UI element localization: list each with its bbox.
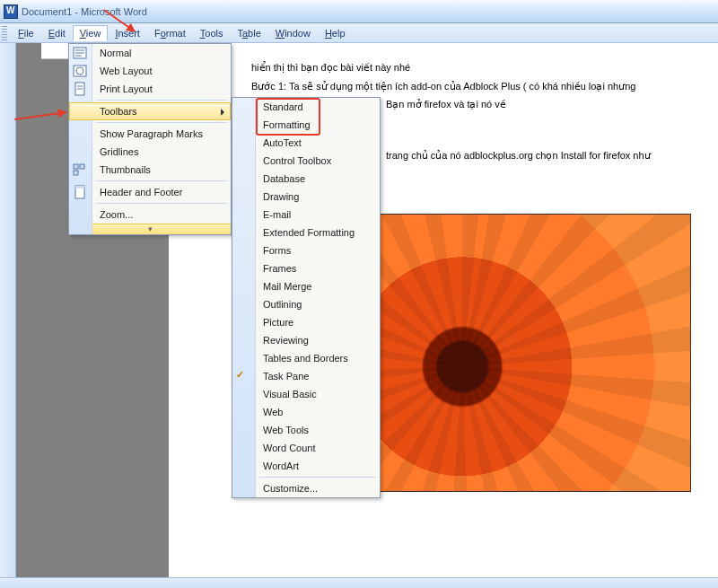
menu-item-gridlines[interactable]: Gridlines [69,143,231,161]
menu-table[interactable]: Table [230,25,267,41]
web-layout-icon [73,64,87,78]
document-text-line: Bạn mở firefox và tại nó về [386,96,714,113]
submenu-item-autotext[interactable]: AutoText [232,134,380,152]
menu-item-label: Control Toolbox [263,155,331,166]
menu-item-print-layout[interactable]: Print Layout [69,80,231,98]
menu-expand-chevron[interactable]: ▾ [69,224,231,234]
menu-item-label: Extended Formatting [263,227,355,238]
menu-item-zoom[interactable]: Zoom... [69,206,231,224]
menu-item-label: AutoText [263,137,302,148]
menu-item-label: E-mail [263,209,291,220]
submenu-item-forms[interactable]: Forms [232,241,380,259]
menu-item-label: Database [263,173,305,184]
menu-tools[interactable]: Tools [193,25,231,41]
menu-item-label: Drawing [263,191,299,202]
submenu-item-web[interactable]: Web [232,403,380,421]
status-bar [0,577,718,588]
submenu-item-reviewing[interactable]: Reviewing [232,331,380,349]
menu-item-label: Thumbnails [100,164,151,175]
menu-window[interactable]: Window [268,25,318,41]
menu-separator [96,203,227,204]
menu-item-label: Web [263,407,283,417]
menu-separator [96,100,227,101]
menu-item-label: Gridlines [100,146,138,157]
menu-bar: File Edit View Insert Format Tools Table… [0,23,718,43]
menu-item-label: Tables and Borders [263,353,348,364]
menu-help[interactable]: Help [318,25,353,41]
menu-item-label: Task Pane [263,371,309,382]
submenu-item-word-count[interactable]: Word Count [232,439,380,457]
menu-item-label: Print Layout [100,83,153,94]
menu-item-header-footer[interactable]: Header and Footer [69,183,231,201]
submenu-arrow-icon [221,109,224,116]
submenu-item-picture[interactable]: Picture [232,313,380,331]
svg-rect-9 [74,164,78,169]
menu-item-label: Show Paragraph Marks [100,128,203,139]
menu-item-label: Web Tools [263,425,309,435]
header-footer-icon [73,185,87,199]
submenu-item-customize[interactable]: Customize... [232,479,380,497]
menu-item-label: Zoom... [100,209,133,220]
menu-separator [96,180,227,181]
submenu-item-mail-merge[interactable]: Mail Merge [232,277,380,295]
menu-item-show-paragraph-marks[interactable]: Show Paragraph Marks [69,125,231,143]
menu-item-label: Visual Basic [263,389,317,399]
menu-separator [96,122,227,123]
menu-item-label: Picture [263,317,293,328]
menu-item-normal[interactable]: Normal [69,44,231,62]
menu-item-label: Forms [263,245,291,256]
document-text-line: trang chủ của nó adblockplus.org chọn In… [386,147,714,164]
document-text-line: hiển thị thì bạn đọc bài viết này nhé [251,59,714,76]
menu-item-label: Word Count [263,443,316,453]
menu-item-label: Header and Footer [100,187,182,197]
menu-item-web-layout[interactable]: Web Layout [69,62,231,80]
submenu-item-database[interactable]: Database [232,170,380,188]
annotation-highlight-box [256,98,320,136]
menu-item-label: Outlining [263,299,302,310]
normal-view-icon [73,46,87,60]
menu-item-label: Toolbars [100,106,137,117]
submenu-item-outlining[interactable]: Outlining [232,295,380,313]
word-app-icon [4,4,18,19]
print-layout-icon [73,82,87,96]
submenu-item-visual-basic[interactable]: Visual Basic [232,385,380,403]
menu-separator [259,477,376,478]
menu-item-label: WordArt [263,461,299,471]
menu-item-label: Reviewing [263,335,309,346]
submenu-item-tables-borders[interactable]: Tables and Borders [232,349,380,367]
vertical-ruler-strip [0,43,16,588]
menu-item-label: Frames [263,263,296,274]
submenu-item-control-toolbox[interactable]: Control Toolbox [232,152,380,170]
svg-rect-11 [74,171,78,175]
submenu-item-wordart[interactable]: WordArt [232,457,380,475]
menu-item-thumbnails[interactable]: Thumbnails [69,161,231,179]
menu-edit[interactable]: Edit [41,25,73,41]
submenu-item-task-pane[interactable]: ✓ Task Pane [232,367,380,385]
menu-item-label: Web Layout [100,66,153,76]
toolbar-grip-icon[interactable] [2,26,7,40]
menu-item-label: Normal [100,48,131,58]
toolbars-submenu-dropdown: Standard Formatting AutoText Control Too… [232,97,381,498]
svg-rect-13 [75,186,84,189]
submenu-item-frames[interactable]: Frames [232,259,380,277]
menu-file[interactable]: File [11,25,41,41]
submenu-item-email[interactable]: E-mail [232,206,380,224]
thumbnails-icon [73,162,87,177]
menu-view[interactable]: View [73,25,109,41]
view-menu-dropdown: Normal Web Layout Print Layout Toolbars … [68,43,232,235]
checkmark-icon: ✓ [236,369,250,383]
svg-rect-10 [80,164,84,169]
document-text-line: Bước 1: Ta sẽ sử dụng một tiện ích add-o… [251,78,714,95]
menu-item-toolbars[interactable]: Toolbars [69,102,231,120]
menu-format[interactable]: Format [147,25,193,41]
submenu-item-web-tools[interactable]: Web Tools [232,421,380,439]
submenu-item-drawing[interactable]: Drawing [232,188,380,206]
window-title: Document1 - Microsoft Word [22,6,147,17]
menu-item-label: Mail Merge [263,281,311,292]
menu-item-label: Customize... [263,483,318,494]
submenu-item-extended-formatting[interactable]: Extended Formatting [232,224,380,241]
